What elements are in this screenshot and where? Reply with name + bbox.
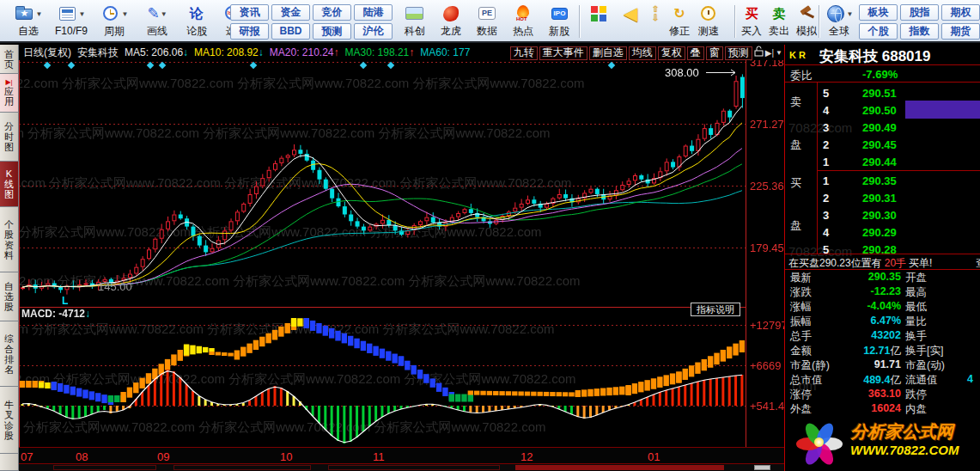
- toolbar-item-label: 修正: [665, 25, 694, 37]
- info-row: 涨停363.10跌停: [785, 388, 980, 402]
- news-button[interactable]: 资讯: [230, 4, 269, 21]
- macd-value-label: MACD: -4712↓: [21, 308, 90, 320]
- sell-queue-row[interactable]: 1290.44: [785, 154, 980, 171]
- buy-queue-row[interactable]: 3290.30: [785, 207, 980, 224]
- next-icon[interactable]: ▶|: [765, 46, 774, 60]
- lock-icon[interactable]: [754, 46, 764, 60]
- toolbar-item-hotspot[interactable]: HOT 热点: [505, 3, 541, 37]
- research-button[interactable]: 研报: [230, 23, 269, 40]
- auction-button[interactable]: 竞价: [313, 4, 351, 21]
- toolbar-item-period[interactable]: ▼ 周期: [93, 3, 136, 37]
- sell-icon: 卖: [773, 4, 786, 23]
- palette-grid-icon: [589, 4, 610, 23]
- chevron-down-icon[interactable]: ▼: [161, 10, 167, 18]
- indices-button[interactable]: 指数: [900, 23, 939, 40]
- sidebar-tab-watchlist[interactable]: 自选股: [0, 272, 19, 321]
- sectors-button[interactable]: 板块: [859, 4, 898, 21]
- toolbar-item-favorites[interactable]: ★▼ 自选: [7, 3, 50, 37]
- chevron-down-icon[interactable]: ▼: [79, 10, 86, 18]
- futures-button[interactable]: 期货: [941, 23, 980, 40]
- index-futures-button[interactable]: 股指: [900, 4, 939, 21]
- toolbar-item-label: 模拟: [793, 25, 820, 37]
- market-button-grid: 板块 个股 股指 指数 期权 期货: [859, 4, 980, 40]
- bbd-button[interactable]: BBD: [271, 23, 310, 40]
- toolbar-item-correction[interactable]: ↻ 修正: [665, 3, 694, 37]
- forecast-button[interactable]: 预测: [725, 46, 752, 60]
- ma-button[interactable]: 均线: [629, 46, 656, 60]
- toolbar-item-updown[interactable]: ⇧⇩: [646, 3, 665, 25]
- ma20-value: MA20: 210.24↑: [270, 46, 339, 58]
- toolbar-item-label: 周期: [93, 25, 136, 37]
- toolbar-group-global: ▼ 全球: [822, 3, 856, 37]
- ipo-icon: IPO: [549, 4, 569, 23]
- toolbar-group-trade: 买 买入 卖 卖出 模拟: [738, 3, 820, 37]
- toolbar-item-simulate[interactable]: 模拟: [793, 3, 820, 37]
- ma30-value: MA30: 198.21↑: [345, 46, 415, 58]
- toolbar-item-star-market[interactable]: 科创: [397, 3, 433, 37]
- sidebar-tab-ranking[interactable]: 综合排名: [0, 321, 19, 387]
- forum-icon: 论: [190, 4, 204, 23]
- toolbar-item-back[interactable]: ◀: [615, 3, 646, 25]
- buy-queue-row[interactable]: 4290.29: [785, 224, 980, 242]
- chart-period[interactable]: 日线(复权): [23, 46, 71, 60]
- chevron-down-icon[interactable]: ▼: [122, 10, 129, 18]
- picture-icon: [405, 4, 425, 23]
- hk-connect-button[interactable]: 陆港: [354, 4, 393, 21]
- month-label: 07: [21, 450, 33, 463]
- sidebar-tab-diagnosis[interactable]: 牛叉诊股: [0, 387, 19, 454]
- chevron-down-icon[interactable]: ▼: [36, 10, 43, 18]
- sell-queue-row[interactable]: 2290.45: [785, 137, 980, 154]
- toolbar-item-global[interactable]: ▼ 全球: [822, 3, 856, 37]
- bottom-cutoff-strip: [19, 464, 784, 471]
- sidebar-tab-home[interactable]: 首页: [0, 45, 19, 74]
- pencil-icon: ✎: [147, 4, 159, 23]
- stock-title: 安集科技 688019: [819, 46, 978, 66]
- remove-watchlist-button[interactable]: 删自选: [589, 46, 627, 60]
- sidebar-tab-more[interactable]: [0, 454, 19, 471]
- indicator-help-button[interactable]: 指标说明: [691, 303, 740, 316]
- flame-icon: HOT: [513, 4, 533, 23]
- overlay-button[interactable]: 叠: [687, 46, 704, 60]
- down-arrow-icon[interactable]: ⇩: [652, 14, 659, 22]
- kline-chart-canvas[interactable]: [19, 60, 784, 447]
- sell-queue-row[interactable]: 4290.50: [785, 102, 980, 119]
- toolbar-item-speedtest[interactable]: 测速: [694, 3, 723, 37]
- toolbar-item-buy[interactable]: 买 买入: [738, 3, 765, 37]
- info-row: 总手43202换手: [785, 329, 980, 344]
- toolbar-item-sell[interactable]: 卖 卖出: [765, 3, 793, 37]
- sell-queue-row[interactable]: 3290.49: [785, 119, 980, 137]
- options-button[interactable]: 期权: [941, 4, 980, 21]
- info-row: 最新290.35开盘: [785, 271, 980, 285]
- toolbar-item-dragon-tiger[interactable]: 龙虎: [433, 3, 469, 37]
- london-connect-button[interactable]: 沪伦: [354, 23, 393, 40]
- sell-queue-row[interactable]: 5290.51: [785, 85, 980, 102]
- buy-icon: 买: [746, 4, 758, 23]
- month-label: 12: [520, 450, 533, 463]
- month-label: 09: [157, 450, 169, 463]
- funds-button[interactable]: 资金: [271, 4, 310, 21]
- chevron-down-icon[interactable]: ▼: [776, 46, 782, 60]
- window-button[interactable]: 窗: [706, 46, 723, 60]
- nine-turn-button[interactable]: 九转: [510, 46, 538, 60]
- forecast-button[interactable]: 预测: [313, 23, 351, 40]
- sidebar-tab-apps[interactable]: ▶|应用: [0, 74, 19, 113]
- buy-queue-row[interactable]: 1290.35: [785, 173, 980, 190]
- month-label: 10: [280, 450, 292, 463]
- major-events-button[interactable]: 重大事件: [539, 46, 587, 60]
- toolbar-item-f10[interactable]: ▼ F10/F9: [50, 3, 93, 37]
- play-icon: ▶|: [3, 79, 15, 86]
- stocks-button[interactable]: 个股: [859, 23, 898, 40]
- toolbar-item-forum[interactable]: 论 论股: [179, 3, 215, 37]
- sidebar-tab-stock-info[interactable]: 个股资料: [0, 207, 19, 272]
- sidebar-tab-kline[interactable]: K线图: [0, 162, 19, 207]
- toolbar-item-draw[interactable]: ✎▼ 画线: [136, 3, 179, 37]
- gavel-icon: [796, 4, 817, 23]
- toolbar-item-palette[interactable]: [584, 3, 615, 25]
- adjust-button[interactable]: 复权: [658, 46, 685, 60]
- chart-header-buttons: 九转 重大事件 删自选 均线 复权 叠 窗 预测 ▶| ▼: [508, 46, 782, 60]
- sidebar-tab-intraday[interactable]: 分时图: [0, 113, 19, 162]
- toolbar-item-ipo[interactable]: IPO 新股: [541, 3, 577, 37]
- buy-queue-row[interactable]: 2290.31: [785, 190, 980, 207]
- toolbar-item-data[interactable]: PE 数据: [469, 3, 505, 37]
- chevron-down-icon[interactable]: ▼: [847, 10, 854, 18]
